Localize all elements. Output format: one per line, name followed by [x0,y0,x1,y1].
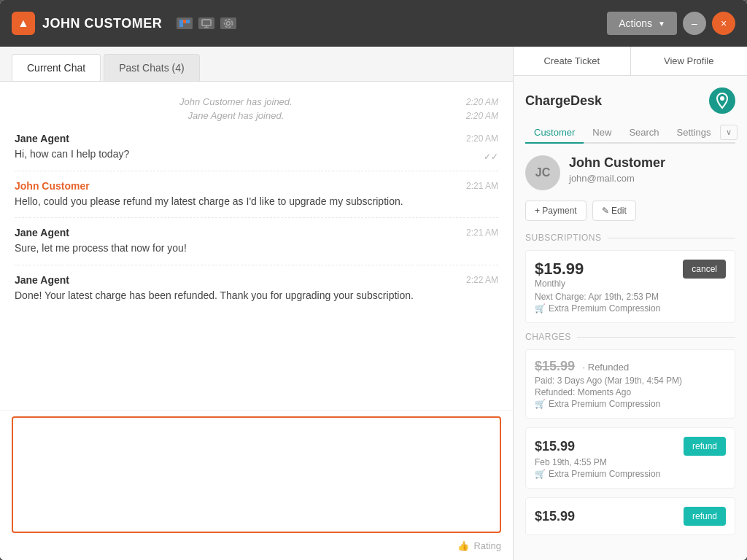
refund-button-2[interactable]: refund [684,437,726,456]
plugin-tab-more[interactable]: ∨ [720,125,738,140]
charge-2-price: $15.99 [535,439,575,454]
rating-label: Rating [473,540,501,551]
chat-message-1-time: 2:20 AM [466,133,498,144]
charge-card-2: $15.99 refund Feb 19th, 4:55 PM 🛒 Extra … [525,427,735,489]
svg-rect-3 [202,20,211,26]
subscription-price-area: $15.99 [535,260,584,279]
chat-message-1-checkmark: ✓✓ [484,152,498,162]
close-button[interactable]: × [712,12,735,35]
charge-1-price: $15.99 [535,359,575,373]
plugin-tab-new[interactable]: New [584,122,620,144]
chat-message-1-sender: Jane Agent [15,133,69,144]
actions-button[interactable]: Actions [607,12,677,35]
system-message-1-text: John Customer has joined. [15,96,457,107]
subscription-product: 🛒 Extra Premium Compression [535,303,726,314]
chat-message-2-header: John Customer 2:21 AM [15,180,498,192]
plugin-area: ChargeDesk Customer New Search Settings … [514,76,747,560]
chat-input[interactable] [12,416,501,533]
customer-details: John Customer john@mail.com [569,155,735,184]
chat-messages: John Customer has joined. 2:20 AM Jane A… [0,82,513,410]
chat-input-footer: 👍 Rating [12,540,501,551]
plugin-header: ChargeDesk [525,88,735,114]
tab-current-chat[interactable]: Current Chat [12,54,101,81]
customer-title: JOHN CUSTOMER [42,16,162,31]
svg-point-8 [720,96,724,101]
customer-email: john@mail.com [569,173,735,184]
subscription-next-charge: Next Charge: Apr 19th, 2:53 PM [535,292,726,302]
chat-message-1: Jane Agent 2:20 AM Hi, how can I help to… [15,124,498,171]
create-ticket-button[interactable]: Create Ticket [514,47,631,75]
subscriptions-header: Subscriptions [525,233,735,243]
plugin-name: ChargeDesk [525,93,602,109]
cart-icon-3: 🛒 [535,469,546,479]
charges-label: Charges [525,332,571,342]
charge-1-header: $15.99 · Refunded [535,359,726,374]
system-message-2-time: 2:20 AM [466,111,498,121]
chat-message-3-time: 2:21 AM [466,228,498,238]
charge-card-1: $15.99 · Refunded Paid: 3 Days Ago (Mar … [525,349,735,419]
charge-card-3: $15.99 refund [525,497,735,535]
tab-past-chats[interactable]: Past Chats (4) [104,54,199,81]
chat-message-2-time: 2:21 AM [466,181,498,191]
app-icon: ▲ [12,12,35,35]
charge-1-price-area: $15.99 · Refunded [535,359,629,374]
chat-message-1-body: Hi, how can I help today? [15,147,129,162]
chat-input-container: 👍 Rating [0,410,513,560]
chat-message-4-time: 2:22 AM [466,275,498,285]
settings-icon [220,18,236,29]
charge-2-date: Feb 19th, 4:55 PM [535,457,726,467]
chat-tab-bar: Current Chat Past Chats (4) [0,47,513,82]
charge-3-header: $15.99 refund [535,507,726,526]
chat-message-1-header: Jane Agent 2:20 AM [15,133,498,144]
plugin-tab-customer[interactable]: Customer [525,122,584,144]
system-message-1-time: 2:20 AM [466,97,498,107]
customer-avatar: JC [525,155,560,190]
plugin-logo [709,88,735,114]
svg-rect-0 [179,20,183,27]
main-content: Current Chat Past Chats (4) John Custome… [0,47,747,560]
payment-button[interactable]: + Payment [525,201,587,221]
app-window: ▲ JOHN CUSTOMER Actions – × [0,0,747,560]
chat-message-2-body: Hello, could you please refund my latest… [15,195,403,207]
refund-button-3[interactable]: refund [684,507,726,526]
chat-message-3: Jane Agent 2:21 AM Sure, let me process … [15,218,498,265]
plugin-tabs: Customer New Search Settings ∨ [525,122,735,144]
charges-header: Charges [525,332,735,342]
chat-message-4: Jane Agent 2:22 AM Done! Your latest cha… [15,265,498,312]
plugin-tab-search[interactable]: Search [620,122,667,144]
charge-1-paid-date: Paid: 3 Days Ago (Mar 19th, 4:54 PM) [535,376,726,386]
title-bar-right: Actions – × [607,12,735,35]
subscription-card-1: $15.99 cancel Monthly Next Charge: Apr 1… [525,250,735,323]
cart-icon-2: 🛒 [535,399,546,409]
chat-message-3-header: Jane Agent 2:21 AM [15,227,498,238]
svg-point-6 [227,22,231,26]
minimize-button[interactable]: – [683,12,706,35]
chat-message-3-body: Sure, let me process that now for you! [15,242,187,254]
system-message-1: John Customer has joined. 2:20 AM [15,96,498,107]
chat-message-4-header: Jane Agent 2:22 AM [15,274,498,286]
title-icons [177,18,236,29]
chat-message-2-sender: John Customer [15,180,90,192]
chat-message-3-sender: Jane Agent [15,227,69,238]
system-message-2: Jane Agent has joined. 2:20 AM [15,110,498,121]
cancel-subscription-button[interactable]: cancel [683,260,726,279]
subscription-period: Monthly [535,279,726,289]
action-buttons: Create Ticket View Profile [514,47,747,76]
subscription-row: $15.99 cancel [535,260,726,279]
chat-message-2: John Customer 2:21 AM Hello, could you p… [15,171,498,219]
charge-2-product: 🛒 Extra Premium Compression [535,469,726,479]
charge-3-price: $15.99 [535,509,575,524]
charge-1-refunded-badge: · Refunded [583,362,630,373]
edit-button[interactable]: ✎ Edit [592,201,636,221]
chat-message-4-sender: Jane Agent [15,274,69,286]
chat-panel: Current Chat Past Chats (4) John Custome… [0,47,514,560]
subscription-price: $15.99 [535,260,584,279]
charge-1-refunded-date: Refunded: Moments Ago [535,387,726,397]
svg-rect-1 [183,20,186,23]
title-bar: ▲ JOHN CUSTOMER Actions – × [0,0,747,47]
chat-message-4-body: Done! Your latest charge has been refund… [15,289,414,301]
monitor-icon [198,18,214,29]
right-panel: Create Ticket View Profile ChargeDesk [514,47,747,560]
view-profile-button[interactable]: View Profile [631,47,748,75]
plugin-tab-settings[interactable]: Settings [668,122,720,144]
